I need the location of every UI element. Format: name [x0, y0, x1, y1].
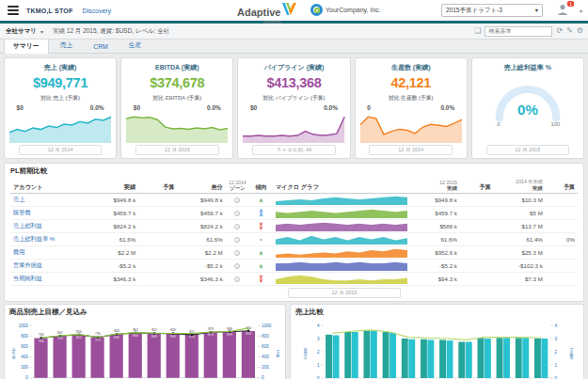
kpi-sparkline	[9, 113, 111, 143]
search-input[interactable]	[485, 26, 552, 37]
micro-chart-cell	[273, 233, 412, 246]
svg-text:2: 2	[317, 350, 320, 355]
account-link[interactable]: 売上総利益率 %	[10, 233, 87, 246]
svg-text:200: 200	[21, 365, 28, 370]
info-icon[interactable]: i	[234, 263, 240, 269]
kpi-value: $413,368	[266, 75, 321, 90]
trend-icon: ∧	[259, 251, 262, 255]
actual-value: $459.7 k	[87, 207, 138, 220]
svg-text:849: 849	[151, 335, 157, 339]
tab-summary[interactable]: サマリー	[4, 39, 49, 54]
kpi-title: パイプライン (実績)	[264, 63, 325, 72]
customer-logo-block: YourCompany, Inc.	[310, 4, 381, 16]
user-caret-icon[interactable]: ▾	[580, 8, 582, 14]
trend-icon: ∨∨	[259, 222, 262, 229]
micro-sparkline	[276, 208, 407, 218]
info-icon[interactable]: i	[234, 250, 240, 256]
micro-chart-cell	[273, 246, 412, 260]
zone-cell: i	[226, 246, 249, 260]
actual-value: $2.2 M	[87, 246, 138, 260]
actual-2015-value: $588 k	[412, 220, 460, 233]
menu-icon[interactable]	[8, 6, 19, 15]
kpi-channel-selector[interactable]: チャネル別, All	[252, 145, 336, 155]
gauge-max-label: 100	[550, 121, 560, 127]
tab-crm[interactable]: CRM	[84, 40, 117, 53]
product-sales-bar-chart: 0020020040040060060080080010001000$USDUS…	[9, 319, 280, 379]
info-icon[interactable]: i	[234, 276, 240, 282]
svg-text:600: 600	[262, 344, 269, 349]
svg-text:600: 600	[21, 344, 28, 349]
table-row: 売上総利益率 %61.6%61.6%i=61.6%61.4%0%	[10, 233, 578, 246]
account-link[interactable]: 販管費	[10, 207, 87, 220]
zone-cell: i	[226, 194, 249, 207]
col-2014-budget: 予算	[546, 178, 578, 194]
kpi-period-selector[interactable]: 12 月 2014	[19, 145, 103, 155]
svg-text:3: 3	[555, 337, 558, 341]
share-icon[interactable]: ❏	[474, 25, 481, 37]
actual-2014-value: -$102.3 k	[494, 260, 546, 273]
context-summary: 実績 12 月 2015, 通貨: $USD, レベル: 全社	[53, 27, 169, 36]
svg-text:822: 822	[76, 336, 82, 340]
svg-text:883: 883	[227, 327, 232, 331]
svg-text:760: 760	[39, 340, 44, 343]
version-select[interactable]: 2015予算ドラフト-3 ▾	[441, 4, 543, 17]
customer-name: YourCompany, Inc.	[326, 7, 381, 13]
account-link[interactable]: 売上総利益	[10, 220, 87, 233]
tab-production[interactable]: 生産	[119, 38, 151, 53]
svg-text:$USD: $USD	[11, 348, 16, 359]
table-row: 販管費$459.7 k$459.7 ki∧∧$459.7 k$5 M	[10, 207, 578, 220]
edit-icon[interactable]: ✎	[566, 25, 573, 37]
gear-icon[interactable]: ⚙	[577, 25, 583, 37]
budget-2014-value	[546, 207, 578, 220]
refresh-icon[interactable]: ⟳	[556, 25, 563, 37]
svg-text:800: 800	[262, 334, 269, 339]
micro-sparkline	[276, 221, 407, 231]
actual-2015-value: $94.3 k	[412, 273, 460, 286]
chevron-down-icon[interactable]: ▾	[40, 28, 43, 35]
budget-2014-value	[546, 220, 578, 233]
info-icon[interactable]: i	[234, 211, 240, 216]
pl-comparison-panel: PL前期比較 アカウント 実績 予算 差分 12 2014 ゾーン 傾向 マイク…	[4, 163, 584, 302]
info-icon[interactable]: i	[234, 224, 240, 229]
trend-cell: ∨∨	[249, 273, 273, 286]
chart-title: 商品別売上目標／見込み	[9, 308, 280, 317]
trend-cell: ∧∧	[249, 207, 273, 220]
svg-text:400: 400	[21, 355, 28, 359]
table-period-pager[interactable]: 12 月 2015	[288, 288, 401, 298]
kpi-card-pipeline: パイプライン (実績) $413,368 対比 パイプライン (予算) $0 0…	[237, 57, 350, 159]
chart-title: 売上比較	[295, 308, 579, 317]
zone-cell: i	[226, 220, 249, 233]
col-account: アカウント	[10, 178, 87, 194]
svg-text:1000: 1000	[262, 324, 272, 328]
col-actual: 実績	[87, 178, 138, 194]
actual-value: -$5.2 k	[87, 260, 138, 273]
info-icon[interactable]: i	[234, 237, 240, 243]
kpi-compare-value: $0	[134, 104, 140, 111]
actual-2015-value: $459.7 k	[412, 207, 460, 220]
dashboard-tabs: サマリー 売上 CRM 生産	[0, 39, 588, 54]
account-link[interactable]: 売上	[10, 194, 87, 207]
dashboard-select[interactable]: 全社サマリ	[6, 27, 37, 36]
account-link[interactable]: 営業外損益	[10, 260, 87, 273]
col-2014-actual: 2014 年実績 実績	[494, 178, 546, 194]
diff-value: $459.7 k	[177, 207, 225, 220]
kpi-period-selector[interactable]: 12 月 2014	[369, 145, 453, 155]
svg-text:US$M: US$M	[303, 348, 308, 360]
adaptive-logo: Adaptive insights	[237, 3, 296, 24]
customer-logo-icon	[310, 4, 323, 16]
tab-sales[interactable]: 売上	[51, 38, 83, 53]
svg-text:862: 862	[133, 328, 138, 332]
col-2015-budget: 予算	[460, 178, 494, 194]
discovery-link[interactable]: Discovery	[82, 8, 111, 14]
account-link[interactable]: 当期純利益	[10, 273, 87, 286]
info-icon[interactable]: i	[234, 197, 240, 203]
budget-value	[138, 273, 177, 286]
actual-2015-value: 61.6%	[412, 233, 460, 246]
zone-cell: i	[226, 207, 249, 220]
account-link[interactable]: 費用	[10, 246, 87, 260]
micro-chart-cell	[273, 207, 412, 220]
user-menu[interactable]: 1	[556, 3, 571, 18]
kpi-period-selector[interactable]: 12 月 2015	[486, 145, 570, 155]
kpi-period-selector[interactable]: 12 月 2015	[135, 145, 219, 155]
svg-text:879: 879	[227, 333, 232, 337]
